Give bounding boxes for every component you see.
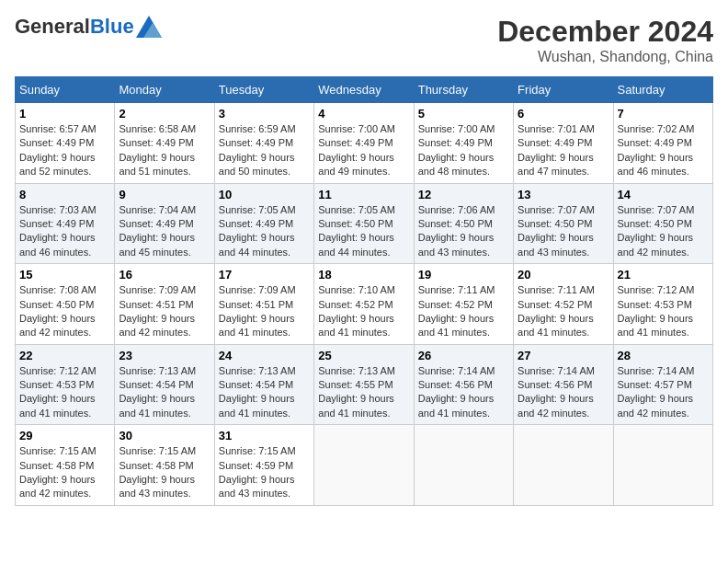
calendar-cell: 22 Sunrise: 7:12 AM Sunset: 4:53 PM Dayl… — [16, 344, 115, 425]
calendar-cell: 14 Sunrise: 7:07 AM Sunset: 4:50 PM Dayl… — [613, 183, 712, 264]
day-number: 13 — [518, 188, 609, 201]
daylight-minutes: and 50 minutes. — [219, 166, 290, 177]
daylight-info: Daylight: 9 hours — [318, 152, 394, 163]
daylight-minutes: and 42 minutes. — [119, 327, 190, 338]
logo-general: General — [15, 15, 90, 39]
calendar-cell — [514, 425, 613, 506]
day-info: Sunrise: 7:04 AM Sunset: 4:49 PM Dayligh… — [119, 203, 210, 260]
sunrise-info: Sunrise: 7:11 AM — [518, 284, 595, 295]
day-number: 2 — [119, 107, 210, 121]
daylight-info: Daylight: 9 hours — [418, 232, 495, 243]
daylight-info: Daylight: 9 hours — [518, 232, 594, 243]
day-number: 8 — [19, 188, 110, 201]
calendar-cell: 25 Sunrise: 7:13 AM Sunset: 4:55 PM Dayl… — [314, 344, 414, 425]
calendar-cell: 19 Sunrise: 7:11 AM Sunset: 4:52 PM Dayl… — [414, 264, 513, 345]
sunset-info: Sunset: 4:58 PM — [119, 460, 193, 471]
day-number: 5 — [418, 107, 509, 121]
sunrise-info: Sunrise: 7:04 AM — [119, 204, 196, 215]
sunset-info: Sunset: 4:50 PM — [518, 218, 592, 229]
sunset-info: Sunset: 4:50 PM — [418, 218, 493, 229]
sunrise-info: Sunrise: 6:58 AM — [119, 123, 196, 134]
day-info: Sunrise: 7:11 AM Sunset: 4:52 PM Dayligh… — [418, 283, 509, 340]
daylight-minutes: and 49 minutes. — [318, 166, 390, 177]
daylight-minutes: and 41 minutes. — [19, 408, 91, 419]
day-info: Sunrise: 6:57 AM Sunset: 4:49 PM Dayligh… — [19, 122, 110, 179]
day-number: 14 — [618, 188, 709, 201]
daylight-minutes: and 41 minutes. — [219, 327, 290, 338]
logo: GeneralBlue — [15, 15, 162, 39]
sunrise-info: Sunrise: 7:07 AM — [618, 204, 695, 215]
day-info: Sunrise: 7:14 AM Sunset: 4:56 PM Dayligh… — [418, 364, 509, 421]
daylight-minutes: and 43 minutes. — [119, 488, 190, 499]
day-number: 6 — [518, 107, 609, 121]
daylight-minutes: and 43 minutes. — [418, 247, 490, 258]
weekday-header: Saturday — [613, 77, 712, 103]
day-number: 24 — [219, 349, 310, 362]
day-number: 29 — [19, 429, 110, 442]
sunset-info: Sunset: 4:52 PM — [518, 299, 592, 310]
calendar-week-row: 1 Sunrise: 6:57 AM Sunset: 4:49 PM Dayli… — [16, 103, 713, 184]
day-info: Sunrise: 7:09 AM Sunset: 4:51 PM Dayligh… — [219, 283, 310, 340]
calendar-cell: 16 Sunrise: 7:09 AM Sunset: 4:51 PM Dayl… — [115, 264, 214, 345]
sunrise-info: Sunrise: 7:09 AM — [119, 284, 196, 295]
daylight-info: Daylight: 9 hours — [119, 393, 195, 404]
daylight-info: Daylight: 9 hours — [318, 232, 394, 243]
sunrise-info: Sunrise: 7:02 AM — [618, 123, 695, 134]
daylight-info: Daylight: 9 hours — [418, 313, 495, 324]
sunrise-info: Sunrise: 7:14 AM — [618, 365, 695, 376]
daylight-minutes: and 42 minutes. — [618, 247, 689, 258]
daylight-info: Daylight: 9 hours — [219, 152, 295, 163]
sunset-info: Sunset: 4:53 PM — [618, 299, 692, 310]
daylight-info: Daylight: 9 hours — [618, 152, 694, 163]
sunset-info: Sunset: 4:55 PM — [318, 379, 392, 390]
calendar-cell: 4 Sunrise: 7:00 AM Sunset: 4:49 PM Dayli… — [314, 103, 414, 184]
day-info: Sunrise: 7:13 AM Sunset: 4:54 PM Dayligh… — [119, 364, 210, 421]
calendar-cell: 26 Sunrise: 7:14 AM Sunset: 4:56 PM Dayl… — [414, 344, 513, 425]
day-info: Sunrise: 7:14 AM Sunset: 4:56 PM Dayligh… — [518, 364, 609, 421]
weekday-header: Friday — [514, 77, 613, 103]
day-info: Sunrise: 7:08 AM Sunset: 4:50 PM Dayligh… — [19, 283, 110, 340]
sunrise-info: Sunrise: 7:11 AM — [418, 284, 495, 295]
daylight-info: Daylight: 9 hours — [219, 393, 295, 404]
sunrise-info: Sunrise: 7:13 AM — [119, 365, 196, 376]
daylight-info: Daylight: 9 hours — [19, 393, 96, 404]
sunset-info: Sunset: 4:49 PM — [518, 137, 592, 148]
day-info: Sunrise: 7:06 AM Sunset: 4:50 PM Dayligh… — [418, 203, 509, 260]
calendar-cell: 10 Sunrise: 7:05 AM Sunset: 4:49 PM Dayl… — [214, 183, 313, 264]
day-info: Sunrise: 7:07 AM Sunset: 4:50 PM Dayligh… — [618, 203, 709, 260]
calendar-cell: 23 Sunrise: 7:13 AM Sunset: 4:54 PM Dayl… — [115, 344, 214, 425]
weekday-header: Tuesday — [214, 77, 313, 103]
sunset-info: Sunset: 4:49 PM — [119, 218, 193, 229]
day-info: Sunrise: 7:10 AM Sunset: 4:52 PM Dayligh… — [318, 283, 409, 340]
sunset-info: Sunset: 4:56 PM — [418, 379, 493, 390]
day-number: 25 — [318, 349, 409, 362]
calendar-week-row: 29 Sunrise: 7:15 AM Sunset: 4:58 PM Dayl… — [16, 425, 713, 506]
calendar-cell: 11 Sunrise: 7:05 AM Sunset: 4:50 PM Dayl… — [314, 183, 414, 264]
sunset-info: Sunset: 4:49 PM — [119, 137, 193, 148]
daylight-info: Daylight: 9 hours — [618, 232, 694, 243]
daylight-info: Daylight: 9 hours — [318, 393, 394, 404]
calendar-cell: 7 Sunrise: 7:02 AM Sunset: 4:49 PM Dayli… — [613, 103, 712, 184]
daylight-info: Daylight: 9 hours — [418, 152, 495, 163]
day-number: 22 — [19, 349, 110, 362]
daylight-minutes: and 41 minutes. — [119, 408, 190, 419]
location: Wushan, Shandong, China — [497, 49, 713, 65]
page-header: GeneralBlue December 2024 Wushan, Shando… — [15, 15, 713, 65]
calendar-cell — [414, 425, 513, 506]
daylight-minutes: and 42 minutes. — [19, 488, 91, 499]
sunset-info: Sunset: 4:49 PM — [19, 137, 94, 148]
sunset-info: Sunset: 4:49 PM — [219, 218, 293, 229]
day-info: Sunrise: 7:13 AM Sunset: 4:54 PM Dayligh… — [219, 364, 310, 421]
day-number: 31 — [219, 429, 310, 442]
sunset-info: Sunset: 4:57 PM — [618, 379, 692, 390]
calendar-cell: 5 Sunrise: 7:00 AM Sunset: 4:49 PM Dayli… — [414, 103, 513, 184]
daylight-minutes: and 42 minutes. — [618, 408, 689, 419]
sunrise-info: Sunrise: 7:13 AM — [318, 365, 395, 376]
daylight-minutes: and 41 minutes. — [318, 327, 390, 338]
day-number: 17 — [219, 268, 310, 282]
daylight-info: Daylight: 9 hours — [19, 232, 96, 243]
daylight-info: Daylight: 9 hours — [119, 152, 195, 163]
sunset-info: Sunset: 4:56 PM — [518, 379, 592, 390]
day-number: 7 — [618, 107, 709, 121]
daylight-info: Daylight: 9 hours — [518, 393, 594, 404]
